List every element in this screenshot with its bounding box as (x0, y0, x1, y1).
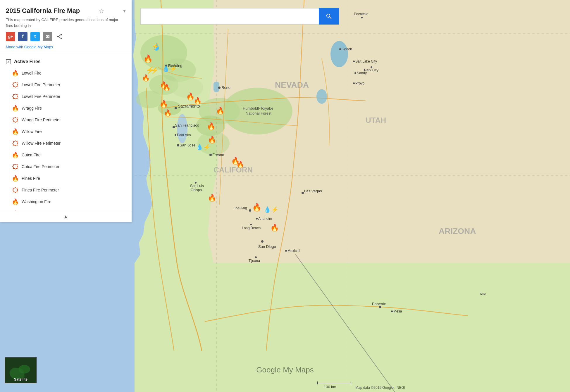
svg-text:Obispo: Obispo (191, 188, 202, 192)
svg-text:San Francisco: San Francisco (175, 123, 199, 127)
made-with-link[interactable]: Made with Google My Maps (6, 45, 53, 49)
layer-label: Wragg Fire Perimeter (22, 118, 61, 122)
svg-point-42 (249, 209, 251, 212)
svg-text:Phoenix: Phoenix (372, 302, 386, 306)
svg-text:💧⚡: 💧⚡ (162, 65, 177, 72)
satellite-thumbnail[interactable]: Satellite (5, 357, 37, 383)
svg-text:🔥: 🔥 (164, 109, 172, 117)
svg-point-64 (361, 17, 363, 18)
active-fires-label: Active Fires (14, 59, 41, 64)
layers-list: 🔥Lowell Fire Lowell Fire Perimeter Lowel… (0, 67, 132, 211)
svg-text:🔥: 🔥 (252, 203, 262, 212)
svg-point-33 (177, 144, 179, 146)
layer-item-lowell-fire-perimeter-2[interactable]: Lowell Fire Perimeter (0, 91, 132, 102)
layer-item-wragg-fire-perimeter[interactable]: Wragg Fire Perimeter (0, 114, 132, 126)
svg-text:🔥: 🔥 (208, 135, 216, 144)
layer-item-willow-fire-perimeter[interactable]: Willow Fire Perimeter (0, 137, 132, 149)
svg-text:🔥: 🔥 (142, 74, 150, 82)
svg-point-62 (353, 82, 355, 84)
svg-point-46 (250, 224, 252, 225)
layer-item-washington-fire-perimeter[interactable]: Washington Fire Perimeter (0, 208, 132, 211)
svg-text:National Forest: National Forest (246, 111, 272, 115)
svg-point-52 (255, 256, 257, 258)
svg-point-35 (209, 154, 212, 156)
scroll-up-arrow[interactable]: ▲ (63, 214, 68, 220)
layer-item-washington-fire[interactable]: 🔥Washington Fire (0, 196, 132, 208)
svg-text:Tijuana: Tijuana (249, 259, 260, 263)
layer-label: Cutca Fire Perimeter (22, 164, 59, 169)
layer-item-lowell-fire[interactable]: 🔥Lowell Fire (0, 67, 132, 79)
svg-text:Palo Alto: Palo Alto (177, 133, 191, 137)
google-plus-button[interactable]: g+ (6, 32, 15, 41)
svg-point-48 (261, 240, 264, 243)
layer-label: Cutca Fire (22, 153, 41, 157)
svg-point-29 (173, 126, 175, 128)
svg-text:Las Vegas: Las Vegas (304, 189, 322, 193)
layer-item-willow-fire[interactable]: 🔥Willow Fire (0, 126, 132, 137)
svg-point-60 (354, 72, 356, 74)
svg-point-25 (218, 87, 221, 89)
email-button[interactable]: ✉ (43, 32, 52, 41)
sidebar-scroll[interactable]: ✓ Active Fires 🔥Lowell Fire Lowell Fire … (0, 53, 132, 211)
sidebar-title-row: 2015 California Fire Map ☆ ▾ (6, 7, 126, 15)
flame-icon: 🔥 (12, 105, 19, 112)
layer-item-wragg-fire[interactable]: 🔥Wragg Fire (0, 102, 132, 114)
map-description: This map created by CAL FIRE provides ge… (6, 17, 126, 28)
svg-text:Ogden: Ogden (342, 47, 352, 51)
svg-marker-106 (13, 94, 18, 99)
svg-marker-105 (13, 82, 18, 87)
map-title: 2015 California Fire Map (6, 7, 80, 15)
search-icon (326, 13, 333, 20)
share-button[interactable] (55, 32, 64, 41)
svg-point-66 (379, 306, 381, 308)
flame-icon: 🔥 (12, 175, 19, 182)
active-fires-header[interactable]: ✓ Active Fires (0, 56, 132, 67)
svg-text:🔥: 🔥 (236, 160, 244, 168)
active-fires-checkbox[interactable]: ✓ (6, 59, 11, 64)
perimeter-icon (12, 93, 19, 100)
svg-point-21 (316, 89, 327, 104)
svg-point-20 (330, 41, 348, 67)
search-button[interactable] (319, 8, 339, 25)
star-icon[interactable]: ☆ (99, 7, 104, 14)
flame-icon: 🔥 (12, 128, 19, 135)
svg-text:Provo: Provo (355, 81, 365, 85)
search-input[interactable] (140, 8, 319, 25)
sidebar: 2015 California Fire Map ☆ ▾ This map cr… (0, 0, 132, 222)
svg-text:🔥: 🔥 (216, 106, 225, 115)
layer-item-lowell-fire-perimeter-1[interactable]: Lowell Fire Perimeter (0, 79, 132, 91)
layer-label: Wragg Fire (22, 106, 42, 110)
svg-point-15 (177, 114, 187, 143)
svg-text:Anaheim: Anaheim (258, 217, 272, 221)
layer-label: Lowell Fire (22, 71, 42, 75)
svg-point-44 (256, 218, 258, 220)
twitter-button[interactable]: t (30, 32, 40, 41)
svg-marker-107 (13, 117, 18, 122)
layer-label: Willow Fire (22, 129, 42, 134)
svg-text:Los Ang: Los Ang (233, 206, 247, 210)
layer-item-cutca-fire[interactable]: 🔥Cutca Fire (0, 149, 132, 161)
layer-label: Washington Fire (22, 199, 51, 204)
layer-item-pines-fire[interactable]: 🔥Pines Fire (0, 172, 132, 184)
svg-text:🔥: 🔥 (163, 84, 171, 91)
svg-text:⚡: ⚡ (151, 66, 159, 74)
svg-text:NEVADA: NEVADA (275, 80, 309, 89)
layer-item-cutca-fire-perimeter[interactable]: Cutca Fire Perimeter (0, 161, 132, 172)
layer-label: Pines Fire (22, 176, 40, 181)
layer-label: Lowell Fire Perimeter (22, 94, 60, 99)
svg-point-56 (353, 61, 355, 62)
layer-label: Lowell Fire Perimeter (22, 82, 60, 87)
facebook-button[interactable]: f (18, 32, 27, 41)
flame-icon: 🔥 (12, 151, 19, 158)
svg-text:100 km: 100 km (324, 385, 336, 389)
svg-text:Mesa: Mesa (393, 309, 402, 313)
layer-item-pines-fire-perimeter[interactable]: Pines Fire Perimeter (0, 184, 132, 196)
expand-icon[interactable]: ▾ (123, 8, 126, 14)
svg-point-31 (175, 134, 176, 136)
layer-label: Pines Fire Perimeter (22, 188, 59, 192)
social-row: g+ f t ✉ (6, 32, 126, 41)
svg-text:UTAH: UTAH (366, 116, 386, 125)
svg-point-27 (175, 107, 177, 109)
flame-icon: 🔥 (12, 198, 19, 205)
svg-text:🔥: 🔥 (194, 97, 202, 105)
